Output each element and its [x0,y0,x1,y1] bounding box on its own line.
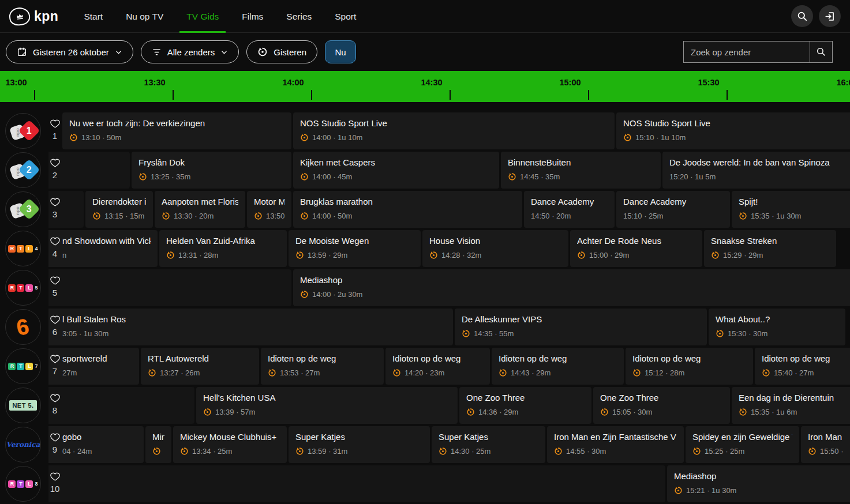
search-button[interactable] [791,5,813,27]
program-block[interactable]: Nu we er toch zijn: De verkiezingen13:10… [62,112,291,149]
program-block[interactable]: Idioten op de weg14:43 · 29m [492,348,624,385]
program-block[interactable]: Dierendokter in13:15 · 15m [85,191,153,228]
login-button[interactable] [819,5,841,27]
program-title: Brugklas marathon [300,196,515,208]
program-title: Idioten op de weg [268,353,377,364]
favorite-heart-icon[interactable] [50,471,61,482]
channel-filter-button[interactable]: Alle zenders [141,40,239,63]
program-block[interactable]: Idioten op de weg13:53 · 27m [261,348,384,385]
program-title: Nu we er toch zijn: De verkiezingen [69,118,284,129]
channel-search-button[interactable] [810,41,833,63]
channel-logo[interactable]: 6 [5,309,41,345]
nav-item-tv-gids[interactable]: TV Gids [186,0,219,33]
favorite-heart-icon[interactable] [50,353,61,364]
nav-item-series[interactable]: Series [286,0,312,33]
program-block[interactable]: Minnie13: [145,426,171,463]
date-picker-button[interactable]: Gisteren 26 oktober [6,40,133,63]
favorite-heart-icon[interactable] [50,393,61,404]
channel-logo[interactable]: RTL8 [5,466,41,502]
program-block[interactable]: BinnensteBuiten14:45 · 35m [501,152,661,189]
program-block[interactable]: Motor Max13:50 · 10m [247,191,291,228]
program-block[interactable]: RTL Autowereld13:27 · 26m [141,348,259,385]
program-block[interactable]: What About..?15:30 · 30m [709,309,845,345]
program-block[interactable]: Iron Man15:50 · [801,426,850,463]
program-title: Hell's Kitchen USA [203,392,451,404]
program-block[interactable]: One Zoo Three14:36 · 29m [459,387,591,424]
now-button[interactable]: Nu [325,40,356,63]
program-block[interactable]: l Bull Stalen Ros3:05 · 1u 30m [48,309,453,345]
yesterday-button[interactable]: Gisteren [246,40,317,63]
program-block[interactable]: Kijken met Caspers14:00 · 45m [293,152,499,189]
program-block[interactable]: Idioten op de weg15:40 · 27m [755,348,850,385]
nav-item-sport[interactable]: Sport [335,0,356,33]
program-block[interactable]: Brugklas marathon14:00 · 50m [293,191,522,228]
kpn-logo[interactable]: kpn [9,7,58,25]
program-time: 13:59 · 31m [295,447,423,456]
program-block[interactable]: Helden Van Zuid-Afrika13:31 · 28m [159,230,287,267]
program-block[interactable]: House Vision14:28 · 32m [422,230,568,267]
channel-number: 9 [48,445,62,454]
program-block[interactable]: Super Katjes13:59 · 31m [289,426,430,463]
program-block[interactable]: Aanpoten met Floris13:30 · 20m [155,191,245,228]
favorite-heart-icon[interactable] [50,314,61,325]
channel-cell: RTL4 [0,230,48,267]
program-title: gobo [62,431,137,443]
program-block[interactable]: De Joodse wereld: In de ban van Spinoza1… [662,152,850,189]
favorite-heart-icon[interactable] [50,236,61,247]
program-block[interactable]: Achter De Rode Neus15:00 · 29m [570,230,702,267]
program-title: Motor Max [254,196,284,208]
program-block[interactable]: gobo04 · 24m [48,426,144,463]
channel-cell: 6 [0,309,48,345]
nav-item-nu-op-tv[interactable]: Nu op TV [126,0,163,33]
program-block[interactable]: Hell's Kitchen USA13:39 · 57m [196,387,458,424]
program-block[interactable]: De Alleskunner VIPS14:35 · 55m [455,309,707,345]
channel-logo[interactable]: NET 5. [5,388,41,423]
channel-logo[interactable]: RTL5 [5,270,41,306]
program-block[interactable]: Mediashop15:21 · 1u 30m [667,465,850,502]
program-block[interactable]: Mediashop14:00 · 2u 30m [293,269,850,306]
nav-item-start[interactable]: Start [84,0,103,33]
channel-cell: npo3 [0,191,48,228]
channel-logo[interactable]: npo3 [5,191,41,227]
timeline-tick [34,90,35,100]
nav-item-films[interactable]: Films [242,0,263,33]
favorite-heart-icon[interactable] [50,275,61,286]
program-block[interactable]: Super Katjes14:30 · 25m [432,426,545,463]
channel-logo[interactable]: RTL4 [5,231,41,266]
favorite-heart-icon[interactable] [50,118,61,129]
program-title: Achter De Rode Neus [577,235,695,247]
program-block[interactable]: Dance Academy14:50 · 20m [524,191,615,228]
favorite-heart-icon[interactable] [50,432,61,443]
program-block[interactable]: NOS Studio Sport Live15:10 · 1u 10m [616,112,850,149]
program-block[interactable]: sportwereld27m [48,348,139,385]
program-block[interactable]: Spidey en zijn Geweldige V15:25 · 25m [686,426,799,463]
program-block[interactable]: Fryslân Dok13:25 · 35m [132,152,291,189]
channel-row: Hell's Kitchen USA13:39 · 57mOne Zoo Thr… [0,387,850,424]
program-block[interactable]: nd Showdown with Vickyn [48,230,158,267]
program-block[interactable]: Snaakse Streken15:29 · 29m [704,230,836,267]
channel-logo[interactable]: RTL7 [5,348,41,384]
program-block[interactable]: One Zoo Three15:05 · 30m [593,387,730,424]
favorite-heart-icon[interactable] [50,157,61,168]
program-block[interactable]: Een dag in de Dierentuin15:35 · 1u 6m [732,387,850,424]
channel-logo[interactable]: npo1 [5,113,41,149]
program-block[interactable]: Mickey Mouse Clubhuis+13:34 · 25m [173,426,287,463]
program-block[interactable]: Spijt!15:35 · 1u 30m [732,191,850,228]
program-title: Fryslân Dok [138,157,284,168]
program-block[interactable]: Idioten op de weg14:20 · 23m [385,348,490,385]
favorite-heart-icon[interactable] [50,197,61,208]
program-block[interactable]: Idioten op de weg15:12 · 28m [626,348,753,385]
timeline[interactable]: 13:0013:3014:0014:3015:0015:3016:00 [0,71,850,102]
channel-logo[interactable]: Veronica [5,427,41,462]
replay-icon [499,368,507,377]
program-title: Mediashop [674,471,850,482]
program-block[interactable]: NOS Studio Sport Live14:00 · 1u 10m [293,112,615,149]
program-time: 15:00 · 29m [577,251,695,259]
program-block[interactable]: Dance Academy15:10 · 25m [616,191,730,228]
timeline-label: 13:00 [5,78,27,87]
program-block[interactable]: De Mooiste Wegen13:59 · 29m [289,230,421,267]
program-title: One Zoo Three [600,392,723,404]
channel-search-input[interactable] [683,41,810,63]
channel-logo[interactable]: npo2 [5,152,41,188]
program-block[interactable]: Iron Man en Zijn Fantastische V14:55 · 3… [547,426,684,463]
